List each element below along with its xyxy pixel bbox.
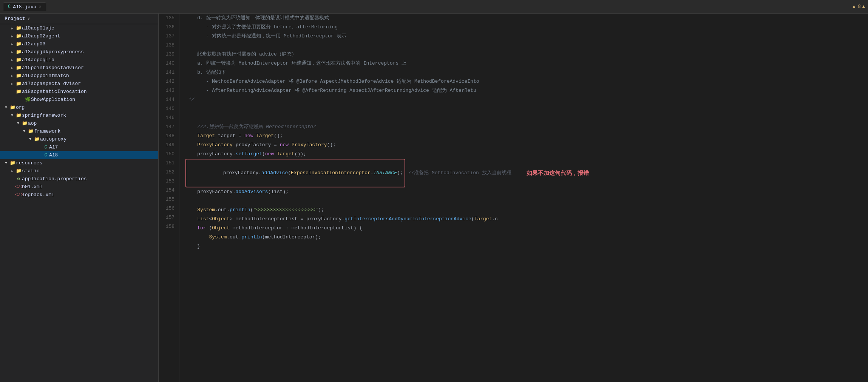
sidebar-item-showapp[interactable]: ▶ 🌿 ShowApplication — [0, 96, 158, 104]
folder-icon: 📁 — [15, 168, 22, 174]
expand-arrow: ▼ — [9, 113, 15, 118]
code-line-143: - AfterReturningAdviceAdapter 将 @AfterRe… — [185, 86, 868, 95]
item-label: A17 — [49, 144, 58, 150]
java-file-icon: C — [8, 4, 11, 9]
code-line-138 — [185, 41, 868, 50]
expand-arrow: ▼ — [3, 105, 9, 110]
item-label: a10aop02agent — [22, 33, 60, 39]
sidebar-item-a17aop[interactable]: ▶ 📁 a17aopaspecta dvisor — [0, 80, 158, 88]
chevron-icon: ∨ — [28, 16, 30, 21]
code-line-144: */ — [185, 95, 868, 104]
code-line-135: d. 统一转换为环绕通知，体现的是设计模式中的适配器模式 — [185, 14, 868, 23]
line-numbers: 135 136 137 138 139 140 141 142 143 144 … — [159, 14, 179, 382]
sidebar-item-framework[interactable]: ▼ 📁 framework — [0, 127, 158, 135]
sidebar-item-A18[interactable]: ▶ C A18 — [0, 151, 158, 159]
item-label: a15pointaspectadvisor — [22, 65, 84, 71]
code-line-145 — [185, 104, 868, 113]
code-line-140: a. 即统一转换为 MethodInterceptor 环绕通知，这体现在方法名… — [185, 59, 868, 68]
expand-arrow: ▶ — [9, 169, 15, 173]
expand-arrow: ▶ — [9, 82, 15, 86]
folder-icon: 📁 — [33, 136, 40, 142]
expand-arrow: ▶ — [9, 58, 15, 62]
main-content: Project ∨ ▶ 📁 a10aop01ajc ▶ 📁 a10aop02ag… — [0, 14, 868, 382]
item-label: framework — [34, 128, 60, 134]
sidebar-item-static[interactable]: ▶ 📁 static — [0, 167, 158, 175]
sidebar-item-a14[interactable]: ▶ 📁 a14aopcglib — [0, 56, 158, 64]
sidebar-item-resources[interactable]: ▼ 📁 resources — [0, 159, 158, 167]
sidebar-item-aop[interactable]: ▼ 📁 aop — [0, 119, 158, 127]
sidebar-item-a10aop02agent[interactable]: ▶ 📁 a10aop02agent — [0, 32, 158, 40]
item-label: a10aop01ajc — [22, 25, 54, 31]
code-line-149: ProxyFactory proxyFactory = new ProxyFac… — [185, 141, 868, 150]
item-label: A18 — [49, 152, 58, 158]
sidebar-item-a16[interactable]: ▶ 📁 a16aoppointmatch — [0, 72, 158, 80]
sidebar-item-a12aop03[interactable]: ▶ 📁 a12aop03 — [0, 40, 158, 48]
java-icon: C — [42, 145, 49, 150]
folder-icon: 📁 — [15, 73, 22, 79]
code-content[interactable]: d. 统一转换为环绕通知，体现的是设计模式中的适配器模式 - 对外是为了方便使用… — [179, 14, 868, 382]
java-icon: C — [42, 153, 49, 158]
code-editor: 135 136 137 138 139 140 141 142 143 144 … — [159, 14, 868, 382]
sidebar-header: Project ∨ — [0, 14, 158, 24]
item-label: autoproxy — [40, 136, 66, 142]
folder-icon: 📁 — [15, 113, 22, 118]
code-line-142: - MethodBeforeAdviceAdapter 将 @Before As… — [185, 77, 868, 86]
sidebar-item-A17[interactable]: ▶ C A17 — [0, 143, 158, 151]
code-line-155: List<Object> methodInterceptorList = pro… — [185, 215, 868, 224]
warning-badge: ▲ 8 ▲ — [853, 4, 865, 9]
expand-arrow: ▶ — [9, 74, 15, 78]
sidebar-item-a13[interactable]: ▶ 📁 a13aopjdkproxyprocess — [0, 48, 158, 56]
xml-icon: </> — [15, 192, 22, 198]
item-label: b01.xml — [22, 184, 43, 190]
expand-arrow: ▼ — [15, 121, 21, 125]
expand-arrow: ▶ — [9, 26, 15, 31]
folder-icon: 📁 — [27, 128, 34, 134]
sidebar-item-springframework[interactable]: ▼ 📁 springframework — [0, 111, 158, 119]
folder-icon: 📁 — [15, 65, 22, 71]
project-sidebar: Project ∨ ▶ 📁 a10aop01ajc ▶ 📁 a10aop02ag… — [0, 14, 159, 382]
sidebar-title: Project — [5, 16, 25, 22]
item-label: a16aoppointmatch — [22, 73, 69, 79]
code-line-158: } — [185, 242, 868, 251]
folder-icon: 📁 — [15, 25, 22, 31]
sidebar-item-appprops[interactable]: ▶ ⚙ application.properties — [0, 175, 158, 183]
folder-icon: 📁 — [9, 160, 16, 166]
code-line-141: b. 适配如下 — [185, 68, 868, 77]
spring-icon: 🌿 — [24, 97, 31, 102]
expand-arrow: ▶ — [9, 66, 15, 70]
code-line-157: System.out.println(methodInterceptor); — [185, 233, 868, 242]
folder-icon: 📁 — [15, 89, 22, 94]
tab-filename: A18.java — [13, 4, 36, 10]
sidebar-item-b01xml[interactable]: ▶ </> b01.xml — [0, 183, 158, 191]
code-line-146 — [185, 113, 868, 122]
code-line-156: for (Object methodInterceptor : methodIn… — [185, 224, 868, 233]
code-line-154: System.out.println("<<<<<<<<<<<<<<<<<<<<… — [185, 206, 868, 215]
editor-content: 135 136 137 138 139 140 141 142 143 144 … — [159, 14, 868, 382]
props-icon: ⚙ — [15, 176, 22, 182]
item-label: logback.xml — [22, 192, 54, 198]
code-line-150: proxyFactory.setTarget(new Target()); — [185, 150, 868, 159]
folder-icon: 📁 — [15, 57, 22, 63]
sidebar-item-org[interactable]: ▼ 📁 org — [0, 104, 158, 111]
item-label: a17aopaspecta dvisor — [22, 81, 81, 87]
sidebar-item-logbackxml[interactable]: ▶ </> logback.xml — [0, 191, 158, 199]
item-label: application.properties — [22, 176, 87, 182]
item-label: aop — [28, 121, 37, 126]
sidebar-item-a10aop01ajc[interactable]: ▶ 📁 a10aop01ajc — [0, 24, 158, 32]
code-line-139: 此步获取所有执行时需要的 advice（静态） — [185, 50, 868, 59]
item-label: org — [16, 105, 25, 110]
xml-icon: </> — [15, 184, 22, 190]
item-label: ShowApplication — [31, 97, 75, 102]
folder-icon: 📁 — [15, 41, 22, 47]
sidebar-item-autoproxy[interactable]: ▼ 📁 autoproxy — [0, 135, 158, 143]
item-label: resources — [16, 160, 42, 166]
code-line-137: - 对内统一都是环绕通知，统一用 MethodInterceptor 表示 — [185, 32, 868, 41]
expand-arrow: ▶ — [9, 42, 15, 46]
sidebar-item-a15[interactable]: ▶ 📁 a15pointaspectadvisor — [0, 64, 158, 72]
editor-tab[interactable]: C A18.java × — [3, 2, 46, 11]
sidebar-item-a18aop[interactable]: ▶ 📁 a18aopstaticInvocation — [0, 88, 158, 96]
item-label: a13aopjdkproxyprocess — [22, 49, 84, 55]
tab-close-button[interactable]: × — [39, 5, 42, 9]
item-label: springframework — [22, 113, 66, 118]
top-bar: C A18.java × ▲ 8 ▲ — [0, 0, 868, 14]
